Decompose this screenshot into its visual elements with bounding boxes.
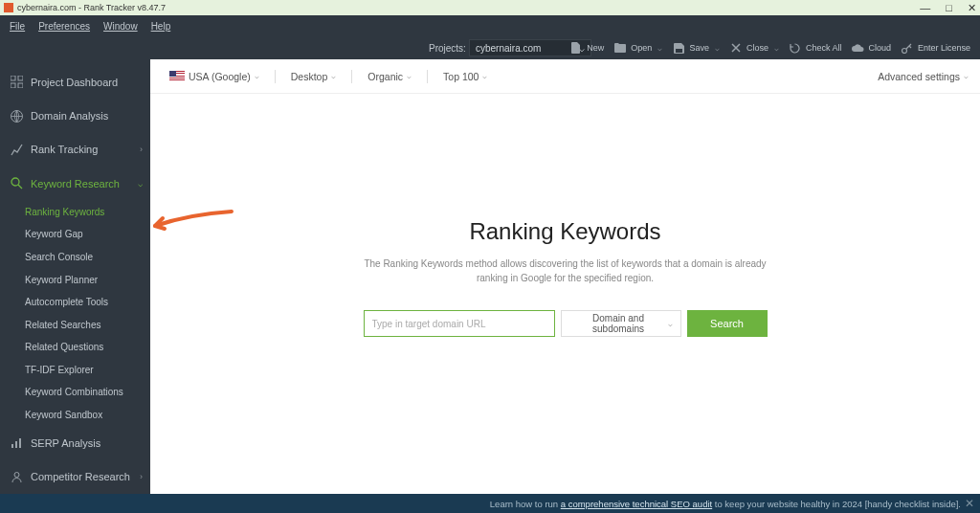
- filter-bar: USA (Google) ⌵ Desktop ⌵ Organic ⌵ Top 1…: [150, 59, 980, 94]
- mode-dropdown[interactable]: Organic ⌵: [360, 71, 419, 82]
- sidebar-item-keyword-research[interactable]: Keyword Research ⌵: [0, 167, 150, 200]
- svg-point-7: [11, 178, 19, 186]
- users-icon: [10, 470, 23, 483]
- divider: [275, 70, 276, 83]
- svg-rect-3: [18, 76, 23, 80]
- sidebar-sub-related-questions[interactable]: Related Questions: [0, 336, 150, 359]
- chevron-down-icon: ⌵: [657, 44, 662, 53]
- chevron-down-icon: ⌵: [774, 44, 779, 53]
- sidebar-sub-autocomplete-tools[interactable]: Autocomplete Tools: [0, 291, 150, 314]
- check-all-button[interactable]: Check All: [789, 41, 842, 55]
- project-selected: cybernaira.com: [476, 43, 541, 54]
- refresh-icon: [789, 41, 802, 55]
- sidebar-item-domain-analysis[interactable]: Domain Analysis: [0, 99, 150, 132]
- menu-window[interactable]: Window: [103, 21, 138, 32]
- content-area: USA (Google) ⌵ Desktop ⌵ Organic ⌵ Top 1…: [150, 59, 980, 494]
- maximize-button[interactable]: □: [946, 0, 952, 15]
- svg-rect-9: [15, 441, 17, 448]
- sidebar-sub-keyword-gap[interactable]: Keyword Gap: [0, 223, 150, 246]
- save-button[interactable]: Save ⌵: [672, 41, 720, 55]
- search-button[interactable]: Search: [687, 310, 768, 337]
- search-icon: [10, 177, 23, 190]
- svg-point-11: [14, 472, 19, 477]
- projects-label: Projects:: [429, 43, 466, 54]
- bars-icon: [10, 436, 23, 450]
- chevron-right-icon: ›: [140, 145, 143, 154]
- menu-file[interactable]: File: [10, 21, 25, 32]
- folder-icon: [613, 41, 627, 55]
- sidebar-sub-search-console[interactable]: Search Console: [0, 246, 150, 269]
- cloud-icon: [851, 41, 864, 55]
- menu-help[interactable]: Help: [151, 21, 171, 32]
- close-icon: [729, 41, 743, 55]
- save-icon: [672, 41, 685, 55]
- footer-close-button[interactable]: ✕: [965, 497, 974, 510]
- close-window-button[interactable]: ✕: [968, 0, 976, 15]
- target-domain-input[interactable]: [364, 310, 555, 337]
- cloud-button[interactable]: Cloud: [851, 41, 891, 55]
- footer-bar: Learn how to run a comprehensive technic…: [0, 494, 980, 513]
- usa-flag-icon: [169, 71, 185, 81]
- chevron-down-icon: ⌵: [407, 72, 412, 80]
- chevron-down-icon: ⌵: [138, 179, 143, 189]
- open-button[interactable]: Open ⌵: [613, 41, 662, 55]
- globe-icon: [10, 109, 23, 123]
- top-dropdown[interactable]: Top 100 ⌵: [435, 71, 495, 82]
- chevron-down-icon: ⌵: [964, 72, 969, 80]
- advanced-settings-dropdown[interactable]: Advanced settings ⌵: [878, 71, 969, 82]
- sidebar-sub-keyword-combinations[interactable]: Keyword Combinations: [0, 381, 150, 404]
- divider: [427, 70, 428, 83]
- menu-preferences[interactable]: Preferences: [38, 21, 90, 32]
- sidebar-sub-keyword-sandbox[interactable]: Keyword Sandbox: [0, 404, 150, 427]
- scope-dropdown[interactable]: Domain and subdomains ⌵: [561, 310, 681, 337]
- sidebar-sub-tfidf-explorer[interactable]: TF-IDF Explorer: [0, 359, 150, 382]
- enter-license-button[interactable]: Enter License: [901, 41, 970, 55]
- sidebar-sub-ranking-keywords[interactable]: Ranking Keywords: [0, 201, 150, 224]
- svg-point-1: [902, 48, 907, 53]
- chevron-down-icon: ⌵: [331, 72, 336, 80]
- svg-rect-8: [11, 444, 13, 448]
- chevron-down-icon: ⌵: [668, 320, 673, 328]
- chevron-down-icon: ⌵: [482, 72, 487, 80]
- svg-rect-4: [11, 83, 15, 88]
- sidebar-item-project-dashboard[interactable]: Project Dashboard: [0, 65, 150, 99]
- toolbar: Projects: cybernaira.com ⌵ New Open ⌵ Sa…: [0, 36, 980, 59]
- sidebar-item-competitor-research[interactable]: Competitor Research ›: [0, 460, 150, 494]
- sidebar-sub-keyword-planner[interactable]: Keyword Planner: [0, 268, 150, 291]
- chevron-down-icon: ⌵: [715, 44, 720, 53]
- app-icon: [4, 3, 13, 12]
- device-dropdown[interactable]: Desktop ⌵: [283, 71, 345, 82]
- close-button[interactable]: Close ⌵: [729, 41, 779, 55]
- window-title: cybernaira.com - Rank Tracker v8.47.7: [17, 3, 166, 12]
- chart-icon: [10, 143, 23, 156]
- sidebar-sub-related-searches[interactable]: Related Searches: [0, 313, 150, 336]
- key-icon: [901, 41, 914, 55]
- page-description: The Ranking Keywords method allows disco…: [355, 256, 776, 285]
- svg-rect-5: [18, 83, 23, 88]
- sidebar-item-serp-analysis[interactable]: SERP Analysis: [0, 426, 150, 459]
- new-button[interactable]: New: [569, 41, 604, 55]
- svg-rect-10: [19, 438, 21, 448]
- footer-link[interactable]: a comprehensive technical SEO audit: [561, 499, 712, 509]
- svg-rect-0: [676, 49, 682, 53]
- divider: [351, 70, 352, 83]
- footer-text: Learn how to run a comprehensive technic…: [490, 499, 961, 509]
- chevron-down-icon: ⌵: [255, 72, 259, 80]
- file-icon: [569, 41, 583, 55]
- svg-rect-2: [11, 76, 15, 80]
- region-dropdown[interactable]: USA (Google) ⌵: [162, 71, 267, 82]
- dashboard-icon: [10, 76, 23, 89]
- sidebar: Project Dashboard Domain Analysis Rank T…: [0, 59, 150, 494]
- page-title: Ranking Keywords: [150, 218, 980, 245]
- minimize-button[interactable]: —: [920, 0, 930, 15]
- sidebar-item-rank-tracking[interactable]: Rank Tracking ›: [0, 133, 150, 167]
- chevron-right-icon: ›: [140, 472, 143, 481]
- window-titlebar: cybernaira.com - Rank Tracker v8.47.7 — …: [0, 0, 980, 15]
- menubar: File Preferences Window Help: [0, 15, 980, 36]
